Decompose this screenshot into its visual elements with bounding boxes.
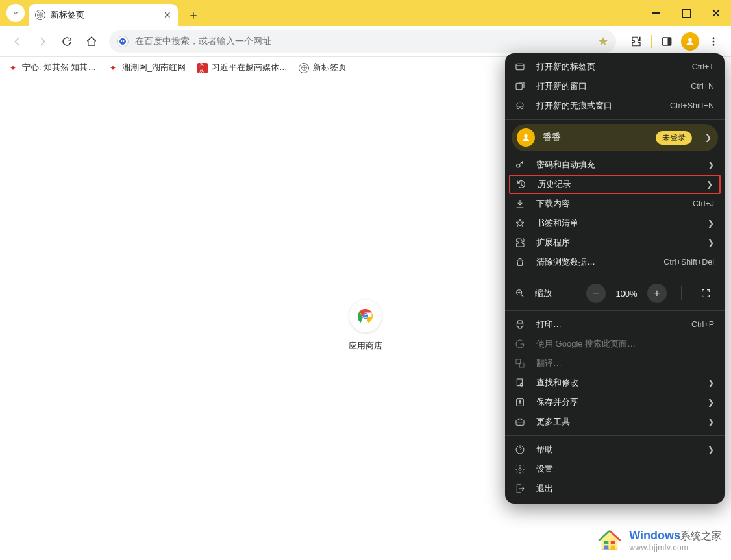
menu-extensions[interactable]: 扩展程序 ❯ bbox=[505, 233, 725, 252]
zoom-value: 100% bbox=[612, 289, 641, 298]
toolbox-icon bbox=[514, 417, 526, 427]
menu-label: 历史记录 bbox=[538, 178, 696, 190]
menu-accelerator: Ctrl+P bbox=[691, 320, 714, 329]
nav-forward-button[interactable] bbox=[31, 30, 53, 53]
bookmark-star-button[interactable]: ★ bbox=[598, 34, 608, 49]
bookmark-label: 宁心: 知其然 知其… bbox=[22, 62, 96, 73]
svg-point-7 bbox=[713, 37, 715, 39]
star-icon bbox=[514, 218, 526, 228]
chevron-right-icon: ❯ bbox=[706, 180, 713, 189]
puzzle-icon bbox=[514, 237, 526, 248]
new-tab-icon bbox=[514, 62, 526, 72]
svg-rect-17 bbox=[516, 83, 522, 89]
tab-title: 新标签页 bbox=[51, 10, 84, 21]
key-icon bbox=[514, 160, 526, 170]
zoom-out-button[interactable]: − bbox=[586, 284, 606, 303]
svg-point-18 bbox=[524, 134, 527, 138]
menu-label: 翻译… bbox=[536, 358, 714, 369]
app-menu-button[interactable] bbox=[702, 30, 725, 53]
svg-rect-31 bbox=[604, 546, 609, 550]
svg-point-19 bbox=[517, 164, 520, 167]
watermark: Windows系统之家 www.bjjmlv.com bbox=[597, 528, 722, 554]
svg-rect-32 bbox=[611, 546, 615, 550]
window-close-button[interactable] bbox=[701, 0, 731, 26]
svg-rect-16 bbox=[516, 64, 524, 69]
fullscreen-icon bbox=[700, 288, 711, 298]
menu-print[interactable]: 打印… Ctrl+P bbox=[505, 315, 725, 334]
profile-name: 香香 bbox=[543, 132, 648, 143]
nav-home-button[interactable] bbox=[81, 30, 103, 53]
fullscreen-button[interactable] bbox=[696, 284, 715, 303]
menu-help[interactable]: 帮助 ❯ bbox=[505, 440, 725, 459]
bookmark-item[interactable]: 新标签页 bbox=[299, 62, 347, 73]
menu-label: 下载内容 bbox=[536, 198, 682, 210]
chrome-store-shortcut[interactable]: 应用商店 bbox=[349, 300, 382, 352]
incognito-icon bbox=[514, 101, 526, 111]
house-logo-icon bbox=[597, 528, 623, 554]
menu-accelerator: Ctrl+J bbox=[693, 199, 714, 208]
menu-label: 书签和清单 bbox=[536, 217, 697, 229]
toolbar: 在百度中搜索，或者输入一个网址 ★ bbox=[0, 26, 731, 57]
menu-label: 更多工具 bbox=[536, 416, 697, 428]
chevron-right-icon: ❯ bbox=[708, 238, 714, 247]
menu-label: 使用 Google 搜索此页面… bbox=[536, 338, 714, 350]
kebab-icon bbox=[708, 36, 719, 47]
tab-close-button[interactable]: ✕ bbox=[164, 10, 171, 20]
zoom-label: 缩放 bbox=[535, 287, 552, 299]
menu-new-incognito[interactable]: 打开新的无痕式窗口 Ctrl+Shift+N bbox=[505, 96, 725, 116]
menu-history[interactable]: 历史记录 ❯ bbox=[509, 175, 721, 194]
menu-separator bbox=[505, 119, 725, 120]
side-panel-button[interactable] bbox=[656, 30, 678, 53]
menu-bookmarks-lists[interactable]: 书签和清单 ❯ bbox=[505, 213, 725, 233]
toolbar-divider bbox=[651, 35, 652, 48]
menu-exit[interactable]: 退出 bbox=[505, 479, 725, 498]
bookmark-favicon: 头条 bbox=[197, 63, 208, 73]
bookmark-label: 习近平在越南媒体… bbox=[212, 62, 288, 73]
menu-label: 打开新的无痕式窗口 bbox=[536, 100, 660, 112]
site-identity-icon[interactable] bbox=[117, 36, 129, 47]
menu-passwords[interactable]: 密码和自动填充 ❯ bbox=[505, 155, 725, 175]
profile-button[interactable] bbox=[679, 30, 701, 53]
menu-more-tools[interactable]: 更多工具 ❯ bbox=[505, 412, 725, 432]
window-maximize-button[interactable] bbox=[671, 0, 701, 26]
chevron-down-icon bbox=[12, 9, 19, 17]
menu-clear-data[interactable]: 清除浏览数据… Ctrl+Shift+Del bbox=[505, 252, 725, 272]
menu-new-window[interactable]: 打开新的窗口 Ctrl+N bbox=[505, 77, 725, 96]
bookmark-item[interactable]: 头条 习近平在越南媒体… bbox=[197, 62, 288, 73]
zoom-in-button[interactable]: + bbox=[647, 284, 667, 303]
menu-accelerator: Ctrl+Shift+N bbox=[670, 101, 714, 110]
svg-point-2 bbox=[121, 40, 123, 42]
history-icon bbox=[515, 179, 527, 189]
trash-icon bbox=[514, 257, 526, 267]
nav-back-button[interactable] bbox=[6, 30, 29, 53]
extensions-button[interactable] bbox=[625, 30, 647, 53]
watermark-url: www.bjjmlv.com bbox=[629, 543, 722, 552]
avatar-icon bbox=[517, 128, 535, 147]
help-icon bbox=[514, 444, 526, 455]
omnibox-placeholder: 在百度中搜索，或者输入一个网址 bbox=[135, 36, 271, 47]
bookmark-item[interactable]: ✦ 湘潮网_湖南红网 bbox=[108, 62, 186, 73]
menu-separator bbox=[505, 435, 725, 436]
menu-find-edit[interactable]: 查找和修改 ❯ bbox=[505, 373, 725, 393]
menu-profile-row[interactable]: 香香 未登录 ❯ bbox=[512, 124, 718, 151]
menu-label: 清除浏览数据… bbox=[536, 256, 653, 268]
arrow-left-icon bbox=[12, 36, 23, 47]
print-icon bbox=[514, 319, 526, 330]
omnibox[interactable]: 在百度中搜索，或者输入一个网址 ★ bbox=[109, 30, 616, 53]
watermark-title: Windows系统之家 bbox=[629, 529, 722, 543]
menu-label: 查找和修改 bbox=[536, 377, 697, 389]
menu-downloads[interactable]: 下载内容 Ctrl+J bbox=[505, 194, 725, 213]
menu-new-tab[interactable]: 打开新的标签页 Ctrl+T bbox=[505, 57, 725, 77]
nav-reload-button[interactable] bbox=[56, 30, 78, 53]
bookmark-label: 湘潮网_湖南红网 bbox=[122, 62, 186, 73]
new-tab-button[interactable]: ＋ bbox=[184, 6, 203, 24]
menu-label: 帮助 bbox=[536, 444, 697, 456]
tab-list-dropdown[interactable] bbox=[6, 4, 25, 22]
bookmark-item[interactable]: ✦ 宁心: 知其然 知其… bbox=[8, 62, 96, 73]
arrow-right-icon bbox=[36, 36, 48, 47]
globe-icon bbox=[299, 63, 309, 73]
browser-tab[interactable]: 新标签页 ✕ bbox=[29, 4, 178, 26]
menu-settings[interactable]: 设置 bbox=[505, 459, 725, 479]
menu-save-share[interactable]: 保存并分享 ❯ bbox=[505, 393, 725, 412]
window-minimize-button[interactable] bbox=[641, 0, 671, 26]
